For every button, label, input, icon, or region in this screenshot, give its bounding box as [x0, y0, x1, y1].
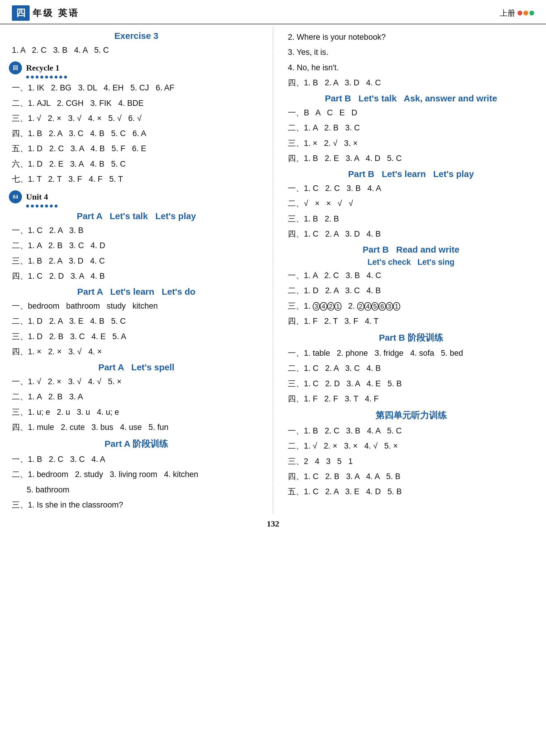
- page-body: Exercise 3 1. A 2. C 3. B 4. A 5. C 回 Re…: [0, 27, 546, 513]
- partb-stage-4: 四、1. F 2. F 3. T 4. F: [285, 392, 537, 406]
- recycle1-item-5: 五、1. D 2. C 3. A 4. B 5. F 6. E: [9, 142, 264, 156]
- partb-readwrite-title: Part B Read and write: [285, 245, 537, 255]
- page-header: 四 年级 英语 上册: [0, 0, 546, 24]
- right-cont-2: 3. Yes, it is.: [285, 45, 537, 59]
- partb-stage-3: 三、1. C 2. D 3. A 4. E 5. B: [285, 377, 537, 391]
- parta-learn-2: 二、1. D 2. A 3. E 4. B 5. C: [9, 314, 264, 328]
- partb-learn-3: 三、1. B 2. B: [285, 212, 537, 226]
- right-four-line: 四、1. B 2. A 3. D 4. C: [285, 76, 537, 90]
- parta-talk-4: 四、1. C 2. D 3. A 4. B: [9, 269, 264, 283]
- dot-red: [518, 11, 522, 15]
- parta-spell-4: 四、1. mule 2. cute 3. bus 4. use 5. fun: [9, 420, 264, 434]
- partb-rw-2: 二、1. D 2. A 3. C 4. B: [285, 284, 537, 298]
- unit4-listen-2: 二、1. √ 2. × 3. × 4. √ 5. ×: [285, 439, 537, 453]
- partb-learn-1: 一、1. C 2. C 3. B 4. A: [285, 181, 537, 195]
- parta-learn-3: 三、1. D 2. B 3. C 4. E 5. A: [9, 330, 264, 344]
- parta-talk-1: 一、1. C 2. A 3. B: [9, 224, 264, 237]
- partb-letscheck-title: Let's check Let's sing: [285, 258, 537, 267]
- unit4-listen-4: 四、1. C 2. B 3. A 4. A 5. B: [285, 470, 537, 484]
- parta-talk-title: Part A Let's talk Let's play: [9, 211, 264, 221]
- partb-stage-title: Part B 阶段训练: [285, 332, 537, 344]
- grade-box: 四: [12, 5, 30, 21]
- partb-rw-1: 一、1. A 2. C 3. B 4. C: [285, 269, 537, 283]
- parta-stage-2: 二、1. bedroom 2. study 3. living room 4. …: [9, 468, 264, 481]
- partb-learn-4: 四、1. C 2. A 3. D 4. B: [285, 227, 537, 241]
- partb-rw-4: 四、1. F 2. T 3. F 4. T: [285, 314, 537, 328]
- header-right: 上册: [500, 8, 534, 18]
- partb-talk-1: 一、B A C E D: [285, 106, 537, 120]
- parta-learn-title: Part A Let's learn Let's do: [9, 287, 264, 297]
- unit4-dots: [26, 205, 264, 208]
- page-number: 132: [0, 513, 546, 532]
- partb-talk-2: 二、1. A 2. B 3. C: [285, 121, 537, 135]
- parta-learn-4: 四、1. × 2. × 3. √ 4. ×: [9, 345, 264, 359]
- partb-rw-3: 三、1. 3421 2. 245631: [285, 299, 537, 313]
- recycle1-item-2: 二、1. AJL 2. CGH 3. FIK 4. BDE: [9, 96, 264, 110]
- unit4-listen-5: 五、1. C 2. A 3. E 4. D 5. B: [285, 485, 537, 499]
- right-cont-1: 2. Where is your notebook?: [285, 30, 537, 44]
- partb-talk-3: 三、1. × 2. √ 3. ×: [285, 136, 537, 150]
- unit4-text: Unit 4: [26, 192, 48, 202]
- parta-spell-3: 三、1. u; e 2. u 3. u 4. u; e: [9, 405, 264, 419]
- vol-text: 上册: [500, 8, 515, 18]
- unit4-label: 04 Unit 4: [9, 190, 264, 203]
- recycle1-dots: [26, 76, 264, 79]
- exercise3-line1: 1. A 2. C 3. B 4. A 5. C: [9, 43, 264, 57]
- unit4-listen-title: 第四单元听力训练: [285, 409, 537, 422]
- recycle1-icon: 回: [9, 61, 22, 74]
- partb-learn-title: Part B Let's learn Let's play: [285, 169, 537, 179]
- recycle1-item-6: 六、1. D 2. E 3. A 4. B 5. C: [9, 157, 264, 171]
- parta-stage-2b: 5. bathroom: [9, 483, 264, 497]
- left-column: Exercise 3 1. A 2. C 3. B 4. A 5. C 回 Re…: [9, 27, 273, 513]
- parta-talk-2: 二、1. A 2. B 3. C 4. D: [9, 239, 264, 253]
- partb-stage-1: 一、1. table 2. phone 3. fridge 4. sofa 5.…: [285, 346, 537, 360]
- recycle1-item-3: 三、1. √ 2. × 3. √ 4. × 5. √ 6. √: [9, 111, 264, 125]
- parta-spell-2: 二、1. A 2. B 3. A: [9, 390, 264, 404]
- right-cont-3: 4. No, he isn't.: [285, 61, 537, 75]
- dot-orange: [523, 11, 528, 15]
- recycle1-label: 回 Recycle 1: [9, 61, 264, 74]
- parta-learn-1: 一、bedroom bathroom study kitchen: [9, 299, 264, 313]
- partb-talk-title: Part B Let's talk Ask, answer and write: [285, 93, 537, 103]
- partb-talk-4: 四、1. B 2. E 3. A 4. D 5. C: [285, 151, 537, 165]
- recycle1-item-1: 一、1. IK 2. BG 3. DL 4. EH 5. CJ 6. AF: [9, 81, 264, 95]
- partb-stage-2: 二、1. C 2. A 3. C 4. B: [285, 361, 537, 375]
- parta-stage-1: 一、1. B 2. C 3. C 4. A: [9, 452, 264, 466]
- unit4-icon: 04: [9, 190, 22, 203]
- recycle1-item-7: 七、1. T 2. T 3. F 4. F 5. T: [9, 172, 264, 186]
- unit4-listen-1: 一、1. B 2. C 3. B 4. A 5. C: [285, 424, 537, 438]
- parta-talk-3: 三、1. B 2. A 3. D 4. C: [9, 254, 264, 268]
- header-subject: 年级 英语: [33, 7, 79, 19]
- parta-spell-1: 一、1. √ 2. × 3. √ 4. √ 5. ×: [9, 375, 264, 389]
- recycle1-item-4: 四、1. B 2. A 3. C 4. B 5. C 6. A: [9, 127, 264, 141]
- parta-spell-title: Part A Let's spell: [9, 362, 264, 372]
- header-left: 四 年级 英语: [12, 5, 79, 21]
- parta-stage-3: 三、1. Is she in the classroom?: [9, 498, 264, 512]
- recycle1-text: Recycle 1: [26, 63, 60, 73]
- right-column: 2. Where is your notebook? 3. Yes, it is…: [273, 27, 537, 513]
- unit4-listen-3: 三、2 4 3 5 1: [285, 454, 537, 468]
- colored-dots: [518, 11, 534, 15]
- exercise3-title: Exercise 3: [9, 31, 264, 41]
- parta-stage-title: Part A 阶段训练: [9, 438, 264, 450]
- partb-learn-2: 二、√ × × √ √: [285, 197, 537, 210]
- dot-green: [529, 11, 534, 15]
